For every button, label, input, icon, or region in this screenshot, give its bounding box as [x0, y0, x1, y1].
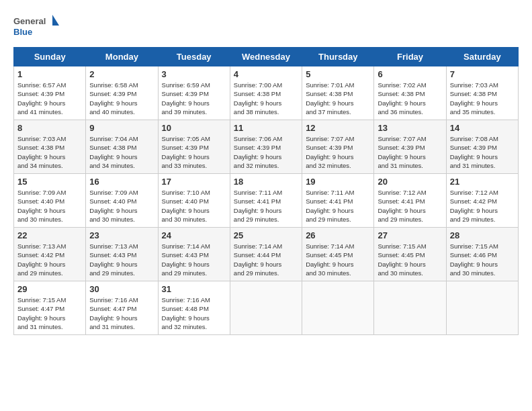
day-number: 16: [89, 177, 154, 187]
day-cell: 30Sunrise: 7:16 AM Sunset: 4:47 PM Dayli…: [86, 281, 158, 335]
day-info: Sunrise: 7:03 AM Sunset: 4:38 PM Dayligh…: [17, 134, 82, 170]
day-cell: 25Sunrise: 7:14 AM Sunset: 4:44 PM Dayli…: [230, 228, 302, 281]
day-cell: 21Sunrise: 7:12 AM Sunset: 4:42 PM Dayli…: [446, 174, 518, 228]
week-row-2: 8Sunrise: 7:03 AM Sunset: 4:38 PM Daylig…: [14, 120, 519, 174]
day-cell: 22Sunrise: 7:13 AM Sunset: 4:42 PM Dayli…: [14, 228, 86, 281]
day-cell: 27Sunrise: 7:15 AM Sunset: 4:45 PM Dayli…: [374, 228, 446, 281]
day-cell: 14Sunrise: 7:08 AM Sunset: 4:39 PM Dayli…: [446, 120, 518, 174]
day-number: 3: [162, 69, 226, 79]
day-cell: [374, 281, 446, 335]
day-cell: 9Sunrise: 7:04 AM Sunset: 4:38 PM Daylig…: [86, 120, 158, 174]
day-info: Sunrise: 6:58 AM Sunset: 4:39 PM Dayligh…: [89, 81, 154, 116]
svg-text:General: General: [13, 16, 46, 26]
day-cell: 24Sunrise: 7:14 AM Sunset: 4:43 PM Dayli…: [158, 228, 230, 281]
day-number: 4: [234, 69, 298, 79]
day-info: Sunrise: 7:14 AM Sunset: 4:43 PM Dayligh…: [162, 242, 226, 277]
day-number: 30: [89, 284, 154, 294]
header-tuesday: Tuesday: [158, 48, 230, 66]
day-info: Sunrise: 7:15 AM Sunset: 4:47 PM Dayligh…: [17, 295, 82, 331]
day-number: 29: [17, 284, 82, 294]
header-saturday: Saturday: [446, 48, 518, 66]
day-info: Sunrise: 7:08 AM Sunset: 4:39 PM Dayligh…: [450, 134, 515, 170]
day-info: Sunrise: 7:11 AM Sunset: 4:41 PM Dayligh…: [306, 188, 370, 224]
day-cell: 19Sunrise: 7:11 AM Sunset: 4:41 PM Dayli…: [302, 174, 374, 228]
day-number: 13: [378, 123, 442, 133]
day-number: 9: [89, 123, 154, 133]
day-info: Sunrise: 7:01 AM Sunset: 4:38 PM Dayligh…: [306, 81, 370, 116]
day-number: 15: [17, 177, 82, 187]
day-number: 27: [378, 230, 442, 240]
day-number: 20: [378, 177, 442, 187]
week-row-3: 15Sunrise: 7:09 AM Sunset: 4:40 PM Dayli…: [14, 174, 519, 228]
day-number: 25: [234, 230, 298, 240]
day-cell: 17Sunrise: 7:10 AM Sunset: 4:40 PM Dayli…: [158, 174, 230, 228]
day-info: Sunrise: 6:57 AM Sunset: 4:39 PM Dayligh…: [17, 81, 82, 116]
svg-marker-2: [52, 15, 59, 26]
day-number: 6: [378, 69, 442, 79]
day-number: 5: [306, 69, 370, 79]
day-number: 23: [89, 230, 154, 240]
day-number: 26: [306, 230, 370, 240]
day-info: Sunrise: 7:07 AM Sunset: 4:39 PM Dayligh…: [306, 134, 370, 170]
day-info: Sunrise: 7:15 AM Sunset: 4:46 PM Dayligh…: [450, 242, 515, 277]
header-friday: Friday: [374, 48, 446, 66]
day-number: 24: [162, 230, 226, 240]
day-cell: 3Sunrise: 6:59 AM Sunset: 4:39 PM Daylig…: [158, 66, 230, 120]
header-monday: Monday: [86, 48, 158, 66]
day-info: Sunrise: 7:13 AM Sunset: 4:43 PM Dayligh…: [89, 242, 154, 277]
day-cell: 5Sunrise: 7:01 AM Sunset: 4:38 PM Daylig…: [302, 66, 374, 120]
day-cell: 18Sunrise: 7:11 AM Sunset: 4:41 PM Dayli…: [230, 174, 302, 228]
day-number: 7: [450, 69, 515, 79]
day-number: 28: [450, 230, 515, 240]
day-cell: 16Sunrise: 7:09 AM Sunset: 4:40 PM Dayli…: [86, 174, 158, 228]
day-cell: 7Sunrise: 7:03 AM Sunset: 4:38 PM Daylig…: [446, 66, 518, 120]
day-info: Sunrise: 7:00 AM Sunset: 4:38 PM Dayligh…: [234, 81, 298, 116]
day-number: 18: [234, 177, 298, 187]
day-info: Sunrise: 7:13 AM Sunset: 4:42 PM Dayligh…: [17, 242, 82, 277]
day-cell: 8Sunrise: 7:03 AM Sunset: 4:38 PM Daylig…: [14, 120, 86, 174]
day-number: 10: [162, 123, 226, 133]
day-number: 19: [306, 177, 370, 187]
day-info: Sunrise: 7:14 AM Sunset: 4:44 PM Dayligh…: [234, 242, 298, 277]
day-number: 14: [450, 123, 515, 133]
day-cell: 23Sunrise: 7:13 AM Sunset: 4:43 PM Dayli…: [86, 228, 158, 281]
day-info: Sunrise: 7:12 AM Sunset: 4:41 PM Dayligh…: [378, 188, 442, 224]
day-info: Sunrise: 7:07 AM Sunset: 4:39 PM Dayligh…: [378, 134, 442, 170]
day-cell: 12Sunrise: 7:07 AM Sunset: 4:39 PM Dayli…: [302, 120, 374, 174]
day-info: Sunrise: 7:02 AM Sunset: 4:38 PM Dayligh…: [378, 81, 442, 116]
week-row-4: 22Sunrise: 7:13 AM Sunset: 4:42 PM Dayli…: [14, 228, 519, 281]
week-row-1: 1Sunrise: 6:57 AM Sunset: 4:39 PM Daylig…: [14, 66, 519, 120]
day-number: 1: [17, 69, 82, 79]
week-row-5: 29Sunrise: 7:15 AM Sunset: 4:47 PM Dayli…: [14, 281, 519, 335]
day-info: Sunrise: 7:15 AM Sunset: 4:45 PM Dayligh…: [378, 242, 442, 277]
day-number: 12: [306, 123, 370, 133]
day-cell: 31Sunrise: 7:16 AM Sunset: 4:48 PM Dayli…: [158, 281, 230, 335]
day-info: Sunrise: 7:10 AM Sunset: 4:40 PM Dayligh…: [162, 188, 226, 224]
header-thursday: Thursday: [302, 48, 374, 66]
day-info: Sunrise: 7:09 AM Sunset: 4:40 PM Dayligh…: [17, 188, 82, 224]
day-number: 8: [17, 123, 82, 133]
day-info: Sunrise: 7:06 AM Sunset: 4:39 PM Dayligh…: [234, 134, 298, 170]
day-cell: 20Sunrise: 7:12 AM Sunset: 4:41 PM Dayli…: [374, 174, 446, 228]
day-number: 11: [234, 123, 298, 133]
day-info: Sunrise: 7:11 AM Sunset: 4:41 PM Dayligh…: [234, 188, 298, 224]
day-cell: 6Sunrise: 7:02 AM Sunset: 4:38 PM Daylig…: [374, 66, 446, 120]
page-header: General Blue: [13, 13, 519, 40]
day-cell: 4Sunrise: 7:00 AM Sunset: 4:38 PM Daylig…: [230, 66, 302, 120]
day-cell: 29Sunrise: 7:15 AM Sunset: 4:47 PM Dayli…: [14, 281, 86, 335]
day-cell: 15Sunrise: 7:09 AM Sunset: 4:40 PM Dayli…: [14, 174, 86, 228]
day-info: Sunrise: 7:03 AM Sunset: 4:38 PM Dayligh…: [450, 81, 515, 116]
day-cell: [446, 281, 518, 335]
day-info: Sunrise: 7:14 AM Sunset: 4:45 PM Dayligh…: [306, 242, 370, 277]
day-cell: 10Sunrise: 7:05 AM Sunset: 4:39 PM Dayli…: [158, 120, 230, 174]
day-cell: 28Sunrise: 7:15 AM Sunset: 4:46 PM Dayli…: [446, 228, 518, 281]
day-info: Sunrise: 7:04 AM Sunset: 4:38 PM Dayligh…: [89, 134, 154, 170]
day-number: 17: [162, 177, 226, 187]
day-cell: 26Sunrise: 7:14 AM Sunset: 4:45 PM Dayli…: [302, 228, 374, 281]
day-cell: 11Sunrise: 7:06 AM Sunset: 4:39 PM Dayli…: [230, 120, 302, 174]
logo: General Blue: [13, 13, 60, 40]
day-number: 22: [17, 230, 82, 240]
day-info: Sunrise: 7:16 AM Sunset: 4:48 PM Dayligh…: [162, 295, 226, 331]
calendar-table: SundayMondayTuesdayWednesdayThursdayFrid…: [13, 47, 519, 335]
day-cell: [230, 281, 302, 335]
